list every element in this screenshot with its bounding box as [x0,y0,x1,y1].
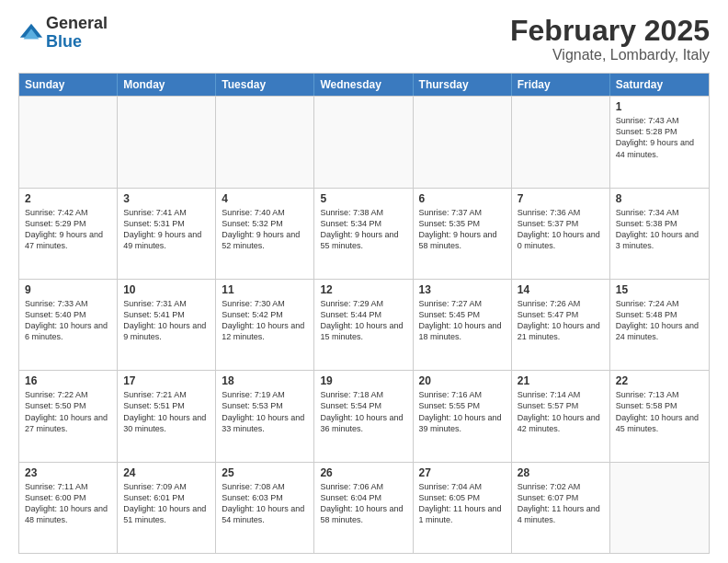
logo-icon [18,20,44,46]
calendar-row-3: 16Sunrise: 7:22 AM Sunset: 5:50 PM Dayli… [19,370,709,461]
calendar-cell: 2Sunrise: 7:42 AM Sunset: 5:29 PM Daylig… [19,189,118,279]
calendar-cell: 11Sunrise: 7:30 AM Sunset: 5:42 PM Dayli… [216,280,314,370]
day-info: Sunrise: 7:42 AM Sunset: 5:29 PM Dayligh… [25,207,111,252]
calendar-cell: 3Sunrise: 7:41 AM Sunset: 5:31 PM Daylig… [118,189,216,279]
header-thursday: Thursday [414,74,512,96]
calendar-cell [314,97,413,187]
day-info: Sunrise: 7:41 AM Sunset: 5:31 PM Dayligh… [123,207,210,252]
calendar-row-1: 2Sunrise: 7:42 AM Sunset: 5:29 PM Daylig… [19,188,709,279]
calendar-cell: 5Sunrise: 7:38 AM Sunset: 5:34 PM Daylig… [314,189,413,279]
day-info: Sunrise: 7:02 AM Sunset: 6:07 PM Dayligh… [518,481,604,526]
day-number: 16 [25,374,111,387]
calendar-cell: 7Sunrise: 7:36 AM Sunset: 5:37 PM Daylig… [512,189,610,279]
day-number: 28 [518,466,604,479]
calendar-cell: 18Sunrise: 7:19 AM Sunset: 5:53 PM Dayli… [216,371,314,461]
calendar-title: February 2025 [510,15,710,47]
calendar-cell: 16Sunrise: 7:22 AM Sunset: 5:50 PM Dayli… [19,371,118,461]
calendar-header: Sunday Monday Tuesday Wednesday Thursday… [19,74,709,96]
calendar-cell [610,463,709,553]
calendar-row-0: 1Sunrise: 7:43 AM Sunset: 5:28 PM Daylig… [19,96,709,187]
day-info: Sunrise: 7:27 AM Sunset: 5:45 PM Dayligh… [419,298,506,343]
calendar-cell [512,97,610,187]
header-wednesday: Wednesday [314,74,413,96]
calendar-cell: 25Sunrise: 7:08 AM Sunset: 6:03 PM Dayli… [216,463,314,553]
logo: General Blue [18,15,108,52]
day-number: 1 [616,100,703,113]
day-number: 6 [419,192,506,205]
day-info: Sunrise: 7:30 AM Sunset: 5:42 PM Dayligh… [222,298,308,343]
day-number: 4 [222,192,308,205]
calendar-cell: 23Sunrise: 7:11 AM Sunset: 6:00 PM Dayli… [19,463,118,553]
calendar-cell: 6Sunrise: 7:37 AM Sunset: 5:35 PM Daylig… [414,189,512,279]
day-number: 14 [518,283,604,296]
day-number: 18 [222,374,308,387]
day-number: 11 [222,283,308,296]
calendar-cell: 27Sunrise: 7:04 AM Sunset: 6:05 PM Dayli… [414,463,512,553]
day-number: 23 [25,466,111,479]
calendar: Sunday Monday Tuesday Wednesday Thursday… [18,73,710,554]
day-info: Sunrise: 7:37 AM Sunset: 5:35 PM Dayligh… [419,207,506,252]
calendar-cell: 1Sunrise: 7:43 AM Sunset: 5:28 PM Daylig… [610,97,709,187]
calendar-subtitle: Vignate, Lombardy, Italy [510,47,710,63]
calendar-body: 1Sunrise: 7:43 AM Sunset: 5:28 PM Daylig… [19,96,709,553]
day-info: Sunrise: 7:22 AM Sunset: 5:50 PM Dayligh… [25,389,111,434]
day-info: Sunrise: 7:06 AM Sunset: 6:04 PM Dayligh… [320,481,406,526]
calendar-row-4: 23Sunrise: 7:11 AM Sunset: 6:00 PM Dayli… [19,462,709,553]
day-info: Sunrise: 7:08 AM Sunset: 6:03 PM Dayligh… [222,481,308,526]
calendar-cell [414,97,512,187]
logo-blue: Blue [46,33,108,52]
calendar-row-2: 9Sunrise: 7:33 AM Sunset: 5:40 PM Daylig… [19,279,709,370]
calendar-cell: 21Sunrise: 7:14 AM Sunset: 5:57 PM Dayli… [512,371,610,461]
calendar-cell: 9Sunrise: 7:33 AM Sunset: 5:40 PM Daylig… [19,280,118,370]
calendar-cell [118,97,216,187]
day-info: Sunrise: 7:16 AM Sunset: 5:55 PM Dayligh… [419,389,506,434]
day-number: 5 [320,192,406,205]
day-number: 20 [419,374,506,387]
day-info: Sunrise: 7:29 AM Sunset: 5:44 PM Dayligh… [320,298,406,343]
day-number: 17 [123,374,210,387]
day-info: Sunrise: 7:26 AM Sunset: 5:47 PM Dayligh… [518,298,604,343]
day-info: Sunrise: 7:31 AM Sunset: 5:41 PM Dayligh… [123,298,210,343]
day-info: Sunrise: 7:34 AM Sunset: 5:38 PM Dayligh… [616,207,703,252]
calendar-cell [19,97,118,187]
calendar-cell: 4Sunrise: 7:40 AM Sunset: 5:32 PM Daylig… [216,189,314,279]
day-info: Sunrise: 7:04 AM Sunset: 6:05 PM Dayligh… [419,481,506,526]
header-sunday: Sunday [19,74,118,96]
calendar-cell: 22Sunrise: 7:13 AM Sunset: 5:58 PM Dayli… [610,371,709,461]
title-block: February 2025 Vignate, Lombardy, Italy [510,15,710,63]
calendar-cell: 17Sunrise: 7:21 AM Sunset: 5:51 PM Dayli… [118,371,216,461]
day-info: Sunrise: 7:11 AM Sunset: 6:00 PM Dayligh… [25,481,111,526]
header-monday: Monday [118,74,216,96]
calendar-cell [216,97,314,187]
day-number: 21 [518,374,604,387]
day-number: 22 [616,374,703,387]
day-number: 8 [616,192,703,205]
day-info: Sunrise: 7:36 AM Sunset: 5:37 PM Dayligh… [518,207,604,252]
calendar-cell: 14Sunrise: 7:26 AM Sunset: 5:47 PM Dayli… [512,280,610,370]
calendar-cell: 15Sunrise: 7:24 AM Sunset: 5:48 PM Dayli… [610,280,709,370]
day-info: Sunrise: 7:09 AM Sunset: 6:01 PM Dayligh… [123,481,210,526]
day-info: Sunrise: 7:14 AM Sunset: 5:57 PM Dayligh… [518,389,604,434]
calendar-cell: 26Sunrise: 7:06 AM Sunset: 6:04 PM Dayli… [314,463,413,553]
day-number: 26 [320,466,406,479]
day-info: Sunrise: 7:19 AM Sunset: 5:53 PM Dayligh… [222,389,308,434]
day-info: Sunrise: 7:24 AM Sunset: 5:48 PM Dayligh… [616,298,703,343]
logo-general: General [46,15,108,33]
day-number: 12 [320,283,406,296]
calendar-cell: 24Sunrise: 7:09 AM Sunset: 6:01 PM Dayli… [118,463,216,553]
calendar-cell: 19Sunrise: 7:18 AM Sunset: 5:54 PM Dayli… [314,371,413,461]
page: General Blue February 2025 Vignate, Lomb… [0,0,728,563]
day-info: Sunrise: 7:38 AM Sunset: 5:34 PM Dayligh… [320,207,406,252]
day-number: 27 [419,466,506,479]
day-number: 9 [25,283,111,296]
day-number: 24 [123,466,210,479]
day-info: Sunrise: 7:43 AM Sunset: 5:28 PM Dayligh… [616,115,703,160]
day-number: 25 [222,466,308,479]
day-info: Sunrise: 7:13 AM Sunset: 5:58 PM Dayligh… [616,389,703,434]
calendar-cell: 28Sunrise: 7:02 AM Sunset: 6:07 PM Dayli… [512,463,610,553]
header-friday: Friday [512,74,610,96]
day-info: Sunrise: 7:40 AM Sunset: 5:32 PM Dayligh… [222,207,308,252]
calendar-cell: 8Sunrise: 7:34 AM Sunset: 5:38 PM Daylig… [610,189,709,279]
day-number: 19 [320,374,406,387]
day-info: Sunrise: 7:21 AM Sunset: 5:51 PM Dayligh… [123,389,210,434]
